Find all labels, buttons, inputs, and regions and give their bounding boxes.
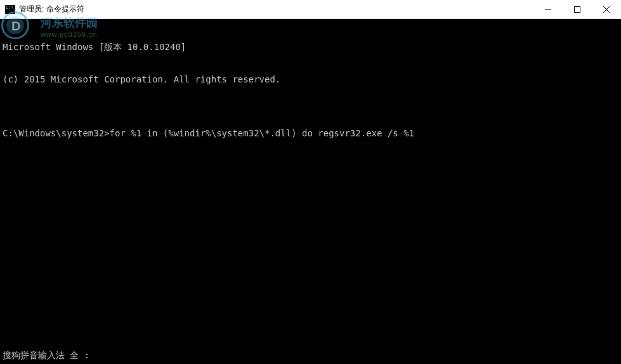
svg-rect-1 bbox=[575, 6, 580, 12]
terminal-prompt-line: C:\Windows\system32>for %1 in (%windir%\… bbox=[3, 128, 618, 139]
ime-status-bar: 搜狗拼音输入法 全 : bbox=[3, 350, 89, 361]
terminal-line-version: Microsoft Windows [版本 10.0.10240] bbox=[3, 42, 618, 53]
cmd-icon bbox=[5, 5, 15, 14]
maximize-button[interactable] bbox=[563, 0, 592, 18]
terminal-line-copyright: (c) 2015 Microsoft Corporation. All righ… bbox=[3, 74, 618, 85]
terminal-command: for %1 in (%windir%\system32\*.dll) do r… bbox=[110, 128, 414, 138]
terminal-prompt: C:\Windows\system32> bbox=[3, 128, 110, 138]
close-icon bbox=[603, 6, 610, 13]
window-titlebar: 管理员: 命令提示符 bbox=[0, 0, 621, 19]
minimize-button[interactable] bbox=[533, 0, 563, 18]
titlebar-left: 管理员: 命令提示符 bbox=[0, 4, 84, 15]
window-title: 管理员: 命令提示符 bbox=[19, 4, 84, 15]
window-controls bbox=[533, 0, 621, 18]
minimize-icon bbox=[545, 6, 551, 13]
maximize-icon bbox=[574, 6, 580, 13]
terminal-output[interactable]: Microsoft Windows [版本 10.0.10240] (c) 20… bbox=[0, 19, 621, 151]
close-button[interactable] bbox=[592, 0, 621, 18]
